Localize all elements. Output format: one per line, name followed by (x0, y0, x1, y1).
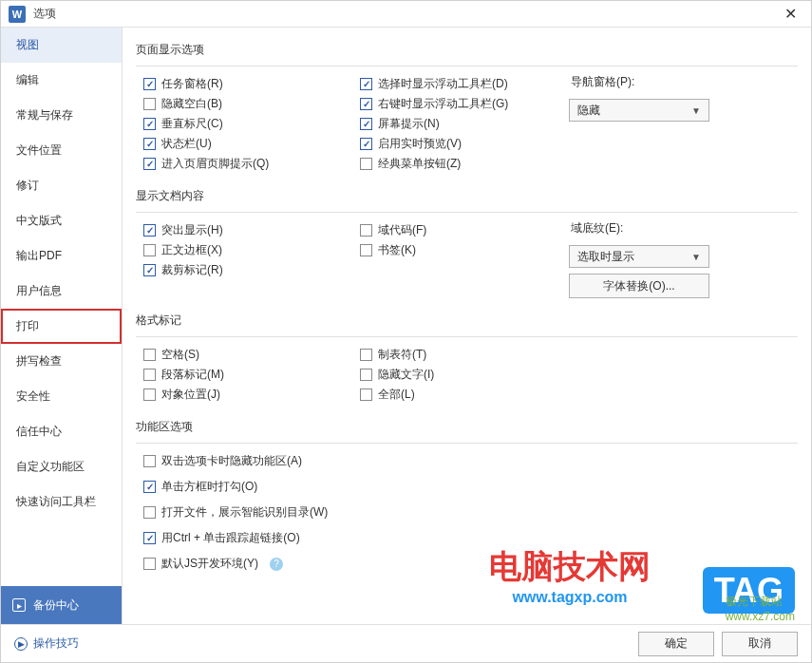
checkbox-all[interactable]: 全部(L) (352, 385, 569, 405)
checkbox-icon (143, 532, 156, 544)
checkbox-icon (360, 138, 372, 150)
window-title: 选项 (33, 6, 777, 22)
checkbox-icon (360, 98, 372, 110)
checkbox-highlight[interactable]: 突出显示(H) (136, 220, 352, 240)
checkbox-spaces[interactable]: 空格(S) (136, 345, 352, 365)
checkbox-icon (143, 369, 156, 381)
field-shading-select[interactable]: 选取时显示 ▼ (569, 245, 709, 268)
app-icon: W (9, 6, 26, 23)
sidebar-item-revision[interactable]: 修订 (1, 168, 122, 203)
sidebar-item-customize-ribbon[interactable]: 自定义功能区 (1, 449, 122, 484)
sidebar-item-view[interactable]: 视图 (1, 28, 122, 63)
tips-label: 操作技巧 (33, 635, 79, 652)
sidebar-item-quick-access[interactable]: 快速访问工具栏 (1, 484, 122, 520)
backup-center-button[interactable]: ▸ 备份中心 (1, 586, 122, 624)
checkbox-icon (360, 78, 372, 90)
checkbox-icon (360, 349, 372, 361)
sidebar-item-file-location[interactable]: 文件位置 (1, 133, 122, 168)
checkbox-field-codes[interactable]: 域代码(F) (352, 220, 569, 240)
sidebar-item-general-save[interactable]: 常规与保存 (1, 98, 122, 133)
sidebar-nav: 视图 编辑 常规与保存 文件位置 修订 中文版式 输出PDF 用户信息 打印 拼… (1, 28, 122, 586)
sidebar-item-print[interactable]: 打印 (1, 309, 122, 344)
sidebar-item-chinese-layout[interactable]: 中文版式 (1, 203, 122, 238)
cancel-button[interactable]: 取消 (722, 632, 798, 656)
sidebar-item-security[interactable]: 安全性 (1, 379, 122, 414)
backup-center-label: 备份中心 (33, 597, 79, 614)
checkbox-icon (143, 558, 156, 570)
checkbox-icon (143, 506, 156, 519)
play-icon: ▶ (14, 637, 28, 651)
nav-pane-value: 隐藏 (577, 103, 600, 119)
checkbox-icon (143, 244, 156, 256)
checkbox-icon (360, 224, 372, 237)
checkbox-float-toolbar-rightclick[interactable]: 右键时显示浮动工具栏(G) (352, 94, 569, 114)
checkbox-open-file-smart-toc[interactable]: 打开文件，展示智能识别目录(W) (136, 502, 798, 522)
checkbox-live-preview[interactable]: 启用实时预览(V) (352, 134, 569, 154)
checkbox-bookmarks[interactable]: 书签(K) (352, 240, 569, 260)
checkbox-crop-marks[interactable]: 裁剪标记(R) (136, 260, 352, 280)
nav-pane-label: 导航窗格(P): (569, 74, 798, 90)
checkbox-icon (143, 98, 156, 110)
checkbox-screen-tip[interactable]: 屏幕提示(N) (352, 114, 569, 134)
checkbox-ctrl-click-hyperlink[interactable]: 用Ctrl + 单击跟踪超链接(O) (136, 528, 798, 548)
sidebar-item-spellcheck[interactable]: 拼写检查 (1, 344, 122, 379)
help-icon[interactable]: ? (270, 558, 283, 571)
checkbox-icon (143, 481, 156, 493)
checkbox-default-js-env[interactable]: 默认JS开发环境(Y)? (136, 554, 798, 574)
checkbox-header-footer-hint[interactable]: 进入页眉页脚提示(Q) (136, 154, 352, 174)
checkbox-object-position[interactable]: 对象位置(J) (136, 385, 352, 405)
checkbox-icon (360, 388, 372, 401)
checkbox-icon (360, 369, 372, 381)
checkbox-paragraph-marks[interactable]: 段落标记(M) (136, 365, 352, 385)
checkbox-status-bar[interactable]: 状态栏(U) (136, 134, 352, 154)
group-title-doc-content: 显示文档内容 (136, 185, 798, 213)
checkbox-icon (360, 118, 372, 130)
sidebar-item-edit[interactable]: 编辑 (1, 63, 122, 98)
close-icon[interactable]: ✕ (777, 1, 803, 28)
backup-icon: ▸ (12, 598, 26, 612)
field-shading-value: 选取时显示 (577, 249, 634, 265)
checkbox-hide-whitespace[interactable]: 隐藏空白(B) (136, 94, 352, 114)
checkbox-icon (143, 78, 156, 90)
checkbox-float-toolbar-select[interactable]: 选择时显示浮动工具栏(D) (352, 74, 569, 94)
tips-link[interactable]: ▶ 操作技巧 (14, 635, 79, 652)
checkbox-vertical-ruler[interactable]: 垂直标尺(C) (136, 114, 352, 134)
checkbox-classic-menu[interactable]: 经典菜单按钮(Z) (352, 154, 569, 174)
checkbox-icon (143, 158, 156, 170)
sidebar-item-user-info[interactable]: 用户信息 (1, 274, 122, 309)
chevron-down-icon: ▼ (691, 105, 701, 116)
checkbox-icon (360, 158, 372, 170)
checkbox-tabs[interactable]: 制表符(T) (352, 345, 569, 365)
checkbox-text-border[interactable]: 正文边框(X) (136, 240, 352, 260)
field-shading-label: 域底纹(E): (569, 220, 798, 237)
group-title-ribbon: 功能区选项 (136, 416, 798, 444)
font-replace-button[interactable]: 字体替换(O)... (569, 274, 709, 298)
checkbox-icon (143, 264, 156, 276)
group-title-page-display: 页面显示选项 (136, 39, 798, 66)
nav-pane-select[interactable]: 隐藏 ▼ (569, 99, 709, 122)
checkbox-icon (143, 224, 156, 237)
checkbox-icon (143, 349, 156, 361)
checkbox-hidden-text[interactable]: 隐藏文字(I) (352, 365, 569, 385)
checkbox-icon (360, 244, 372, 256)
sidebar-item-output-pdf[interactable]: 输出PDF (1, 238, 122, 274)
checkbox-icon (143, 118, 156, 130)
checkbox-task-pane[interactable]: 任务窗格(R) (136, 74, 352, 94)
group-title-format-marks: 格式标记 (136, 310, 798, 337)
checkbox-icon (143, 388, 156, 401)
checkbox-click-box-check[interactable]: 单击方框时打勾(O) (136, 477, 798, 497)
sidebar-item-trust-center[interactable]: 信任中心 (1, 414, 122, 449)
ok-button[interactable]: 确定 (638, 632, 714, 656)
chevron-down-icon: ▼ (691, 252, 701, 262)
checkbox-icon (143, 455, 156, 467)
checkbox-dblclick-hide-ribbon[interactable]: 双击选项卡时隐藏功能区(A) (136, 451, 798, 471)
checkbox-icon (143, 138, 156, 150)
